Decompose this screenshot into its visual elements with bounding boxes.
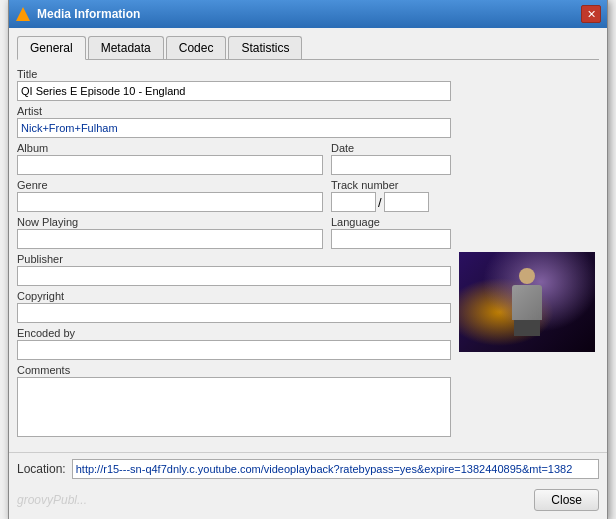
media-information-window: Media Information ✕ General Metadata Cod… <box>8 0 608 519</box>
date-label: Date <box>331 142 451 154</box>
comments-input[interactable] <box>17 377 451 437</box>
artist-label: Artist <box>17 105 451 117</box>
location-label: Location: <box>17 462 66 476</box>
genre-field-group: Genre <box>17 179 323 212</box>
location-input[interactable] <box>72 459 599 479</box>
title-label: Title <box>17 68 451 80</box>
genre-label: Genre <box>17 179 323 191</box>
track-number-row: / <box>331 192 451 212</box>
title-input[interactable] <box>17 81 451 101</box>
track-number-input[interactable] <box>331 192 376 212</box>
close-button[interactable]: Close <box>534 489 599 511</box>
genre-track-row: Genre Track number / <box>17 179 451 216</box>
media-thumbnail <box>459 252 595 352</box>
date-field-group: Date <box>331 142 451 175</box>
artist-input[interactable] <box>17 118 451 138</box>
now-playing-label: Now Playing <box>17 216 323 228</box>
tab-general[interactable]: General <box>17 36 86 60</box>
track-total-input[interactable] <box>384 192 429 212</box>
nowplaying-language-row: Now Playing Language <box>17 216 451 253</box>
window-title: Media Information <box>37 7 581 21</box>
language-field-group: Language <box>331 216 451 249</box>
comments-label: Comments <box>17 364 451 376</box>
language-input[interactable] <box>331 229 451 249</box>
copyright-field-group: Copyright <box>17 290 451 323</box>
publisher-field-group: Publisher <box>17 253 451 286</box>
track-number-label: Track number <box>331 179 451 191</box>
vlc-icon <box>15 6 31 22</box>
track-separator: / <box>378 195 382 212</box>
publisher-label: Publisher <box>17 253 451 265</box>
form-right <box>459 68 599 444</box>
album-label: Album <box>17 142 323 154</box>
watermark-text: groovyPubl... <box>17 493 534 507</box>
dialog-content: General Metadata Codec Statistics Title … <box>9 28 607 452</box>
genre-input[interactable] <box>17 192 323 212</box>
album-field-group: Album <box>17 142 323 175</box>
title-field-group: Title <box>17 68 451 101</box>
tab-metadata[interactable]: Metadata <box>88 36 164 59</box>
now-playing-field-group: Now Playing <box>17 216 323 249</box>
language-label: Language <box>331 216 451 228</box>
artist-field-group: Artist <box>17 105 451 138</box>
form-area: Title Artist Album Date <box>17 68 599 444</box>
encoded-by-input[interactable] <box>17 340 451 360</box>
date-input[interactable] <box>331 155 451 175</box>
encoded-by-label: Encoded by <box>17 327 451 339</box>
encoded-by-field-group: Encoded by <box>17 327 451 360</box>
copyright-input[interactable] <box>17 303 451 323</box>
tab-statistics[interactable]: Statistics <box>228 36 302 59</box>
copyright-label: Copyright <box>17 290 451 302</box>
publisher-input[interactable] <box>17 266 451 286</box>
album-date-row: Album Date <box>17 142 451 179</box>
track-number-field-group: Track number / <box>331 179 451 212</box>
now-playing-input[interactable] <box>17 229 323 249</box>
album-input[interactable] <box>17 155 323 175</box>
form-left: Title Artist Album Date <box>17 68 451 444</box>
tab-bar: General Metadata Codec Statistics <box>17 36 599 60</box>
tab-codec[interactable]: Codec <box>166 36 227 59</box>
comments-field-group: Comments <box>17 364 451 440</box>
thumbnail-image <box>459 252 595 352</box>
location-bar: Location: <box>9 452 607 485</box>
bottom-bar: groovyPubl... Close <box>9 485 607 519</box>
title-bar: Media Information ✕ <box>9 0 607 28</box>
window-close-button[interactable]: ✕ <box>581 5 601 23</box>
